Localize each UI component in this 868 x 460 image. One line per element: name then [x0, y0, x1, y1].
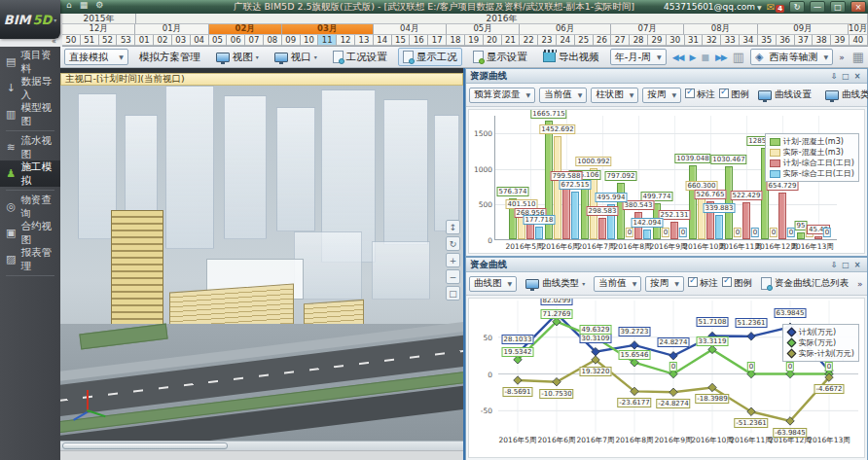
timeline-week[interactable]: 50	[62, 35, 81, 46]
sidebar-item-data-import[interactable]: ↓数据导入	[0, 75, 60, 101]
timeline-week[interactable]: 17	[428, 35, 447, 46]
home-icon[interactable]: ⌂	[66, 0, 72, 10]
timeline-year[interactable]: 2016年	[136, 14, 868, 24]
sidebar-item-construction-sim[interactable]: ♟施工模拟	[0, 160, 60, 187]
timeline-week[interactable]: 26	[594, 35, 612, 46]
close-button[interactable]: ×	[850, 1, 866, 13]
timeline-week[interactable]: 28	[630, 35, 648, 46]
sidebar-item-flow-view[interactable]: ≋流水视图	[0, 134, 60, 160]
timeline-week[interactable]: 10	[301, 35, 319, 46]
timeline-month[interactable]: 05月	[447, 24, 520, 35]
legend-checkbox[interactable]: 图例	[719, 88, 749, 101]
timeline-week[interactable]: 15	[392, 35, 411, 46]
annotate-checkbox[interactable]: 标注	[685, 88, 715, 101]
timeline-week[interactable]: 34	[740, 35, 758, 46]
stop-button[interactable]: ■	[701, 53, 709, 62]
timeline-week[interactable]: 21	[502, 35, 521, 46]
timeline-week[interactable]: 52	[99, 35, 118, 46]
curve-type-button[interactable]: 曲线类型▾	[521, 274, 590, 293]
timeline-week[interactable]: 19	[465, 35, 484, 46]
timeline-month[interactable]: 12月	[62, 24, 135, 35]
timeline-week[interactable]: 16	[410, 35, 428, 46]
pin-icon[interactable]: ⇩	[828, 72, 840, 81]
timeline-week[interactable]: 33	[721, 35, 740, 46]
timeline-week[interactable]: 31	[685, 35, 704, 46]
timeline-week[interactable]: 04	[191, 35, 209, 46]
mail-icon[interactable]: ✉4	[767, 2, 784, 13]
chart-type-select[interactable]: 曲线图▼	[469, 276, 517, 292]
view-angle-select[interactable]: ◈西南等轴测▼	[750, 49, 833, 65]
timeline-week[interactable]: 18	[447, 35, 465, 46]
play-button[interactable]: ▶	[690, 53, 696, 62]
maximize-icon[interactable]: □	[840, 261, 851, 269]
timeline-month[interactable]: 01月	[135, 24, 208, 35]
timeline-month[interactable]: 04月	[374, 24, 447, 35]
zoom-in-icon[interactable]: +	[446, 253, 460, 267]
timeline-week[interactable]: 37	[795, 35, 814, 46]
maximize-icon[interactable]: □	[840, 72, 851, 81]
sidebar-item-report-mgmt[interactable]: ▨报表管理	[0, 246, 60, 272]
funds-summary-button[interactable]: 资金曲线汇总列表	[756, 274, 853, 293]
zoom-out-icon[interactable]: −	[446, 269, 460, 284]
timeline-month[interactable]: 07月	[611, 24, 684, 35]
timeline-week[interactable]: 09	[282, 35, 301, 46]
sidebar-item-contract-view[interactable]: ▣合约视图	[0, 220, 60, 246]
sidebar-item-material-query[interactable]: ◎物资查询	[0, 194, 60, 220]
timeline-week[interactable]: 01	[135, 35, 154, 46]
minimize-button[interactable]: —	[810, 1, 825, 13]
simulation-mode-select[interactable]: 直接模拟▼	[64, 49, 128, 65]
value-mode-select[interactable]: 当前值▼	[594, 276, 641, 292]
funds-line-chart[interactable]: 计划(万元)实际(万元)实际-计划(万元) 2016年5周2016年6周2016…	[468, 298, 865, 458]
timeline-week[interactable]: 30	[667, 35, 685, 46]
timeline-week[interactable]: 02	[154, 35, 172, 46]
horizontal-scrollbar[interactable]	[60, 441, 463, 450]
timeline-week[interactable]: 05	[209, 35, 228, 46]
timeline-week[interactable]: 27	[611, 35, 630, 46]
curve-settings-button[interactable]: 曲线设置	[753, 86, 816, 104]
close-icon[interactable]: ×	[851, 72, 863, 81]
timeline-week[interactable]: 25	[575, 35, 594, 46]
fit-view-icon[interactable]: □	[446, 286, 460, 301]
timeline-week[interactable]: 23	[538, 35, 557, 46]
timeline-week[interactable]: 03	[172, 35, 191, 46]
value-mode-select[interactable]: 当前值▼	[539, 88, 587, 103]
timeline-week[interactable]: 08	[264, 35, 282, 46]
pan-icon[interactable]: ↕	[446, 220, 460, 234]
sidebar-item-project-info[interactable]: ▤项目资料	[0, 49, 60, 75]
view-button[interactable]: 视图▾	[211, 48, 264, 66]
timeline-week[interactable]: 22	[520, 35, 538, 46]
viewport-button[interactable]: 视口▾	[270, 48, 322, 66]
close-icon[interactable]: ×	[851, 261, 863, 269]
timeline-month[interactable]: 09月	[758, 24, 850, 35]
timeline-week[interactable]: 13	[355, 35, 374, 46]
period-select[interactable]: 按周▼	[645, 276, 684, 292]
timeline-year[interactable]: 2015年	[62, 14, 136, 24]
app-logo[interactable]: BIM 5D ▾	[0, 0, 60, 39]
pin-icon[interactable]: ⇩	[828, 261, 840, 269]
3d-scene[interactable]: ↕ ↻ + − □	[60, 86, 463, 441]
timeline-week[interactable]: 32	[703, 35, 721, 46]
export-video-button[interactable]: 导出视频	[538, 48, 604, 66]
simulation-plan-manage-button[interactable]: 模拟方案管理	[134, 48, 205, 66]
account-menu[interactable]: 453715601@qq.com▼	[664, 2, 762, 12]
timeline-week[interactable]: 40	[850, 35, 868, 46]
timeline-week[interactable]: 39	[831, 35, 850, 46]
rewind-button[interactable]: ◀◀	[672, 53, 684, 62]
sidebar-item-model-view[interactable]: ▥模型视图	[0, 101, 60, 127]
annotate-checkbox[interactable]: 标注	[688, 277, 718, 290]
resource-bar-chart[interactable]: 576.3741665.715806.106797.092499.7741039…	[468, 109, 865, 254]
time-unit-select[interactable]: 年-月-周▼	[610, 49, 667, 65]
sync-icon[interactable]: ↻	[789, 1, 805, 13]
show-condition-button[interactable]: 显示工况	[398, 48, 462, 66]
chart-type-select[interactable]: 柱状图▼	[591, 88, 638, 103]
orbit-icon[interactable]: ↻	[446, 236, 460, 251]
timeline-week[interactable]: 53	[117, 35, 135, 46]
timeline-week[interactable]: 11	[318, 35, 337, 46]
timeline-week[interactable]: 24	[557, 35, 575, 46]
timeline-week[interactable]: 07	[245, 35, 264, 46]
scrollbar-thumb[interactable]	[62, 442, 228, 449]
timeline-week[interactable]: 14	[374, 35, 392, 46]
timeline-month[interactable]: 10月	[849, 24, 868, 35]
axis-grid-icon[interactable]: ▦	[852, 50, 864, 64]
timeline-week[interactable]: 29	[648, 35, 667, 46]
